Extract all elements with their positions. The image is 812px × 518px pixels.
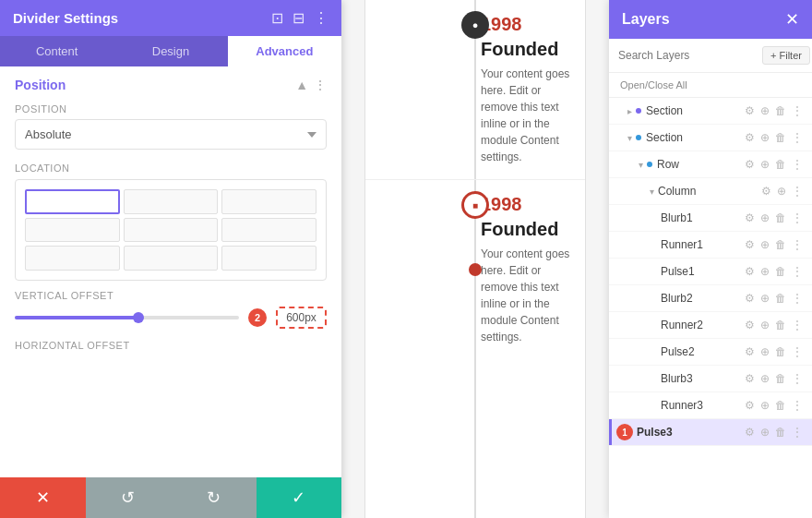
section-more-icon[interactable]: ⋮	[314, 78, 327, 92]
location-cell-mid-left[interactable]	[25, 218, 120, 243]
copy-icon[interactable]: ⊕	[758, 156, 771, 173]
vertical-offset-label: Vertical Offset	[0, 281, 341, 307]
layers-filter-button[interactable]: + Filter	[762, 46, 810, 65]
layer-item-column[interactable]: ▾ Column ⚙ ⊕ ⋮	[609, 178, 812, 205]
settings-icon[interactable]: ⚙	[743, 343, 757, 360]
more-icon[interactable]: ⋮	[790, 397, 805, 414]
copy-icon[interactable]: ⊕	[758, 290, 771, 307]
location-cell-bot-right[interactable]	[221, 246, 316, 271]
settings-icon[interactable]: ⚙	[759, 183, 773, 199]
settings-icon[interactable]: ⚙	[743, 102, 757, 119]
delete-icon[interactable]: 🗑	[773, 102, 788, 119]
expand-icon[interactable]: ⊡	[271, 9, 283, 27]
more-icon[interactable]: ⋮	[790, 236, 805, 253]
layer-item-blurb3[interactable]: Blurb3 ⚙ ⊕ 🗑 ⋮	[609, 366, 812, 392]
vertical-offset-value[interactable]: 600px	[276, 307, 327, 329]
layer-item-section2[interactable]: ▾ Section ⚙ ⊕ 🗑 ⋮	[609, 125, 812, 151]
more-icon[interactable]: ⋮	[790, 317, 805, 333]
delete-icon[interactable]: 🗑	[773, 343, 788, 360]
more-icon[interactable]: ⋮	[790, 156, 805, 173]
copy-icon[interactable]: ⊕	[758, 397, 771, 414]
delete-icon[interactable]: 🗑	[773, 397, 788, 414]
slider-thumb[interactable]	[133, 312, 144, 323]
layer-item-runner2[interactable]: Runner2 ⚙ ⊕ 🗑 ⋮	[609, 312, 812, 339]
location-cell-mid-center[interactable]	[124, 218, 219, 243]
cancel-icon: ✕	[36, 488, 50, 508]
delete-icon[interactable]: 🗑	[773, 263, 788, 280]
more-icon[interactable]: ⋮	[790, 102, 805, 119]
location-cell-bot-left[interactable]	[25, 246, 120, 271]
settings-icon[interactable]: ⚙	[743, 156, 757, 173]
confirm-button[interactable]: ✓	[257, 477, 342, 518]
redo-button[interactable]: ↻	[171, 477, 257, 518]
more-icon[interactable]: ⋮	[790, 370, 805, 387]
settings-icon[interactable]: ⚙	[743, 424, 757, 440]
copy-icon[interactable]: ⊕	[758, 370, 771, 387]
delete-icon[interactable]: 🗑	[773, 290, 788, 307]
tab-content[interactable]: Content	[0, 36, 113, 66]
location-cell-mid-right[interactable]	[221, 218, 316, 243]
location-cell-top-center[interactable]	[124, 189, 219, 214]
more-icon[interactable]: ⋮	[790, 129, 805, 146]
more-icon[interactable]: ⋮	[790, 210, 805, 226]
settings-icon[interactable]: ⚙	[743, 236, 757, 253]
tab-design[interactable]: Design	[113, 36, 227, 66]
layers-open-close[interactable]: Open/Close All	[609, 73, 812, 98]
copy-icon[interactable]: ⊕	[758, 343, 771, 360]
settings-icon[interactable]: ⚙	[743, 290, 757, 307]
layer-item-pulse1[interactable]: Pulse1 ⚙ ⊕ 🗑 ⋮	[609, 259, 812, 285]
copy-icon[interactable]: ⊕	[758, 236, 771, 253]
delete-icon[interactable]: 🗑	[773, 424, 788, 440]
layers-search-input[interactable]	[618, 49, 757, 62]
layer-item-pulse2[interactable]: Pulse2 ⚙ ⊕ 🗑 ⋮	[609, 339, 812, 366]
location-cell-bot-center[interactable]	[124, 246, 219, 271]
settings-icon[interactable]: ⚙	[743, 129, 757, 146]
delete-icon[interactable]: 🗑	[773, 370, 788, 387]
more-icon[interactable]: ⋮	[790, 183, 805, 199]
delete-icon[interactable]: 🗑	[773, 156, 788, 173]
layer-item-blurb2[interactable]: Blurb2 ⚙ ⊕ 🗑 ⋮	[609, 285, 812, 312]
layer-name: Runner1	[661, 238, 743, 251]
layers-close-button[interactable]: ✕	[785, 9, 799, 30]
delete-icon[interactable]: 🗑	[773, 210, 788, 226]
dots-icon[interactable]: ⋮	[314, 9, 328, 27]
undo-button[interactable]: ↺	[86, 477, 172, 518]
layer-item-runner1[interactable]: Runner1 ⚙ ⊕ 🗑 ⋮	[609, 232, 812, 259]
settings-icon[interactable]: ⚙	[743, 317, 757, 333]
location-cell-top-left[interactable]	[25, 189, 120, 214]
copy-icon[interactable]: ⊕	[775, 183, 788, 199]
delete-icon[interactable]: 🗑	[773, 236, 788, 253]
cancel-button[interactable]: ✕	[0, 477, 86, 518]
layer-item-runner3[interactable]: Runner3 ⚙ ⊕ 🗑 ⋮	[609, 392, 812, 419]
copy-icon[interactable]: ⊕	[758, 424, 771, 440]
section-controls: ▲ ⋮	[295, 78, 327, 92]
layer-item-row[interactable]: ▾ Row ⚙ ⊕ 🗑 ⋮	[609, 151, 812, 178]
location-cell-top-right[interactable]	[221, 189, 316, 214]
copy-icon[interactable]: ⊕	[758, 129, 771, 146]
settings-icon[interactable]: ⚙	[743, 210, 757, 226]
settings-icon[interactable]: ⚙	[743, 263, 757, 280]
copy-icon[interactable]: ⊕	[758, 263, 771, 280]
vertical-offset-slider[interactable]	[15, 316, 239, 319]
tab-advanced[interactable]: Advanced	[228, 36, 341, 66]
layer-item-section1[interactable]: ▸ Section ⚙ ⊕ 🗑 ⋮	[609, 98, 812, 125]
collapse-icon[interactable]: ▲	[295, 78, 308, 92]
settings-icon[interactable]: ⚙	[743, 397, 757, 414]
layer-item-blurb1[interactable]: Blurb1 ⚙ ⊕ 🗑 ⋮	[609, 205, 812, 232]
columns-icon[interactable]: ⊟	[293, 9, 304, 27]
delete-icon[interactable]: 🗑	[773, 317, 788, 333]
layer-item-pulse3[interactable]: 1 Pulse3 ⚙ ⊕ 🗑 ⋮	[609, 419, 812, 446]
settings-icon[interactable]: ⚙	[743, 370, 757, 387]
more-icon[interactable]: ⋮	[790, 424, 805, 440]
copy-icon[interactable]: ⊕	[758, 210, 771, 226]
more-icon[interactable]: ⋮	[790, 290, 805, 307]
more-icon[interactable]: ⋮	[790, 343, 805, 360]
delete-icon[interactable]: 🗑	[773, 129, 788, 146]
copy-icon[interactable]: ⊕	[758, 102, 771, 119]
position-label: Position	[15, 103, 327, 114]
copy-icon[interactable]: ⊕	[758, 317, 771, 333]
more-icon[interactable]: ⋮	[790, 263, 805, 280]
vertical-offset-row: 2 600px	[0, 307, 341, 329]
panel-title: Divider Settings	[13, 10, 118, 26]
position-select[interactable]: Absolute	[15, 119, 327, 150]
